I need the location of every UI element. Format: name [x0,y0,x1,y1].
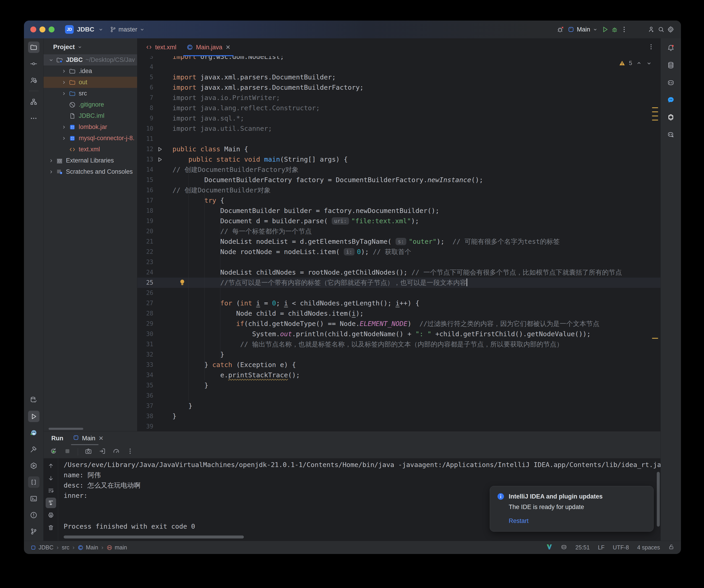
profile-icon[interactable] [113,447,120,456]
breadcrumb-main[interactable]: Main [77,544,98,551]
problems-tool-window-icon[interactable] [28,509,40,521]
tree-item-.gitignore[interactable]: .gitignore [44,99,137,110]
ide-plugin-logo-icon[interactable] [546,544,552,551]
code-line-3[interactable]: 3import org.w3c.dom.NodeList; [137,56,660,62]
structure-tool-window-icon[interactable] [28,96,40,108]
tree-item-mysql-connector-j-8.[interactable]: mysql-connector-j-8. [44,132,137,144]
close-icon[interactable]: ✕ [99,435,104,442]
debug-button[interactable] [610,24,620,34]
bookmarks-tool-window-icon[interactable] [28,476,40,488]
chevron-down-icon[interactable] [48,57,55,63]
code-line-27[interactable]: 27 for (int i = 0; i < childNodes.getLen… [137,298,660,308]
print-icon[interactable] [46,510,56,521]
thread-dump-icon[interactable] [85,447,92,456]
project-widget[interactable]: JDBC [77,24,104,34]
build-tool-window-icon[interactable] [28,443,40,455]
code-line-16[interactable]: 16// 创建DocumentBuilder对象 [137,185,660,196]
zoom-window-button[interactable] [49,26,55,33]
chevron-right-icon[interactable] [48,168,55,175]
tab-options-icon[interactable] [648,43,654,51]
tree-item-lombok.jar[interactable]: lombok.jar [44,121,137,132]
code-with-me-icon[interactable] [28,74,40,86]
github-copilot-icon[interactable] [665,77,677,88]
close-icon[interactable]: ✕ [226,44,231,51]
inspection-mark[interactable] [652,111,658,112]
database-tool-window-icon[interactable] [665,59,677,71]
next-warning-icon[interactable] [646,60,652,66]
terminal-tool-window-icon[interactable] [28,493,40,504]
code-line-12[interactable]: 12public class Main { [137,144,660,154]
profiler-tool-window-icon[interactable] [28,460,40,471]
code-line-30[interactable]: 30 System.out.println(child.getNodeName(… [137,329,660,339]
code-line-33[interactable]: 33 } catch (Exception e) { [137,360,660,370]
chevron-down-icon[interactable] [77,44,82,50]
git-tool-window-icon[interactable] [28,526,40,537]
code-line-4[interactable]: 4 [137,62,660,72]
inspection-mark[interactable] [652,120,658,120]
code-line-31[interactable]: 31 // 输出节点名称，也就是标签名称，以及标签内部的文本（内部的内容都是子节… [137,339,660,350]
tree-item-external-libraries[interactable]: External Libraries [44,155,137,166]
code-line-28[interactable]: 28 Node child = childNodes.item(i); [137,308,660,319]
code-line-19[interactable]: 19 Document d = builder.parse( uri:"file… [137,216,660,226]
chevron-right-icon[interactable] [60,79,67,86]
notifications-icon[interactable] [665,42,677,53]
intention-bulb-icon[interactable] [178,278,186,286]
code-line-37[interactable]: 37 } [137,401,660,411]
code-line-8[interactable]: 8import java.lang.reflect.Constructor; [137,103,660,113]
breadcrumb-jdbc[interactable]: JDBC [31,544,53,551]
prev-warning-icon[interactable] [636,60,642,66]
inspection-mark[interactable] [652,338,658,339]
inspections-widget[interactable]: 5 [619,58,652,68]
more-tool-windows-icon[interactable] [28,112,40,124]
code-line-32[interactable]: 32 } [137,350,660,360]
code-line-9[interactable]: 9import java.sql.*; [137,113,660,123]
restart-link[interactable]: Restart [509,518,529,525]
run-gutter-icon[interactable] [153,157,167,163]
code-with-me-user-icon[interactable] [647,24,656,34]
console-v-scrollbar[interactable] [657,472,660,527]
code-line-24[interactable]: 24 NodeList childNodes = rootNode.getChi… [137,267,660,278]
code-line-20[interactable]: 20 // 每一个标签都作为一个节点 [137,226,660,236]
tree-item-text.xml[interactable]: text.xml [44,144,137,155]
run-configuration-select[interactable]: Main [568,24,598,34]
services-tool-window-icon[interactable] [28,394,40,406]
vcs-branch-widget[interactable]: master [110,24,145,34]
scroll-to-end-icon[interactable] [46,498,56,508]
ai-chat-icon[interactable] [665,94,677,105]
code-line-34[interactable]: 34 e.printStackTrace(); [137,370,660,380]
copilot-status-icon[interactable] [561,544,567,551]
chevron-right-icon[interactable] [48,157,55,164]
soft-wrap-icon[interactable] [46,485,56,496]
run-tool-window-icon[interactable] [28,411,40,422]
code-line-14[interactable]: 14// 创建DocumentBuilderFactory对象 [137,165,660,175]
run-gutter-icon[interactable] [153,146,167,152]
project-panel-scrollbar[interactable] [49,428,83,430]
console-h-scrollbar[interactable] [64,535,244,538]
down-stack-trace-icon[interactable] [46,473,56,483]
rerun-icon[interactable] [50,447,57,456]
code-line-5[interactable]: 5import javax.xml.parsers.DocumentBuilde… [137,72,660,83]
caret-position[interactable]: 25:51 [575,544,590,551]
code-line-38[interactable]: 38} [137,411,660,421]
tree-item-scratches-and-consoles[interactable]: Scratches and Consoles [44,166,137,177]
code-line-22[interactable]: 22 Node rootNode = nodeList.item( i:0); … [137,247,660,257]
code-line-17[interactable]: 17 try { [137,196,660,206]
stop-icon[interactable] [64,447,71,456]
open-in-editor-icon[interactable] [99,447,106,456]
code-line-7[interactable]: 7import java.io.PrintWriter; [137,93,660,103]
inspection-mark[interactable] [652,115,658,116]
more-actions-icon[interactable] [620,24,629,34]
code-line-39[interactable]: 39 [137,421,660,431]
file-encoding[interactable]: UTF-8 [613,544,629,551]
code-line-29[interactable]: 29 if(child.getNodeType() == Node.ELEMEN… [137,319,660,329]
tree-item-out[interactable]: out [44,77,137,88]
search-everywhere-icon[interactable] [656,24,666,34]
up-stack-trace-icon[interactable] [46,461,56,471]
code-line-6[interactable]: 6import javax.xml.parsers.DocumentBuilde… [137,83,660,93]
code-line-13[interactable]: 13 public static void main(String[] args… [137,154,660,165]
tree-item-jdbc[interactable]: JDBC~/Desktop/CS/Jav [44,54,137,65]
chatgpt-icon[interactable] [665,111,677,123]
tree-item-jdbc.iml[interactable]: JDBC.iml [44,110,137,121]
breadcrumb-src[interactable]: src [62,544,69,551]
code-editor[interactable]: 3import org.w3c.dom.NodeList;45import ja… [137,56,660,431]
